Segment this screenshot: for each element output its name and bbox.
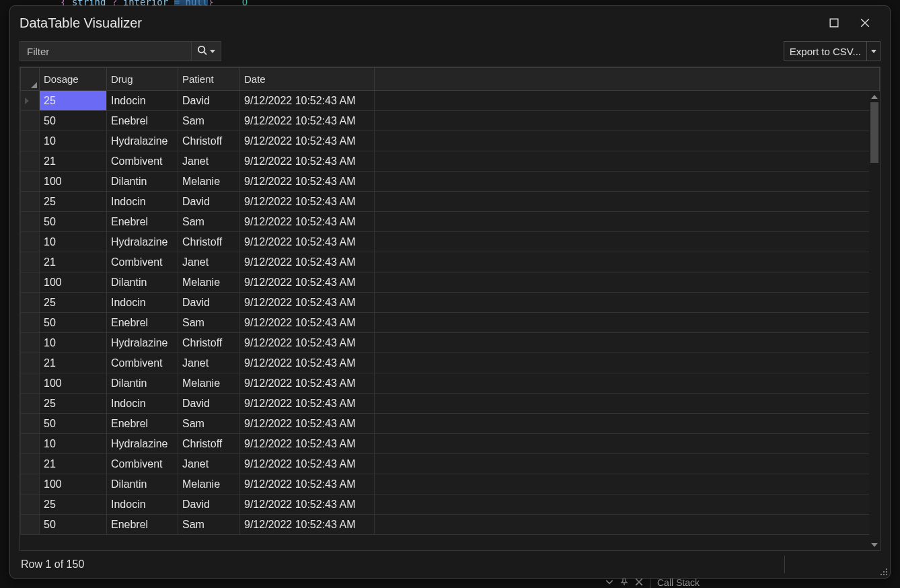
scroll-down-button[interactable] bbox=[869, 540, 880, 550]
cell-dosage[interactable]: 50 bbox=[40, 313, 107, 333]
pin-icon[interactable] bbox=[620, 577, 628, 588]
row-header[interactable] bbox=[21, 394, 40, 414]
cell-dosage[interactable]: 100 bbox=[40, 172, 107, 192]
table-row[interactable]: 10HydralazineChristoff9/12/2022 10:52:43… bbox=[21, 131, 880, 151]
row-header[interactable] bbox=[21, 353, 40, 373]
table-row[interactable]: 50EnebrelSam9/12/2022 10:52:43 AM bbox=[21, 212, 880, 232]
cell-drug[interactable]: Combivent bbox=[107, 252, 178, 272]
cell-drug[interactable]: Enebrel bbox=[107, 313, 178, 333]
panel-label-call-stack[interactable]: Call Stack bbox=[657, 577, 700, 588]
cell-drug[interactable]: Dilantin bbox=[107, 172, 178, 192]
cell-patient[interactable]: David bbox=[178, 293, 240, 313]
cell-date[interactable]: 9/12/2022 10:52:43 AM bbox=[240, 131, 375, 151]
table-row[interactable]: 100DilantinMelanie9/12/2022 10:52:43 AM bbox=[21, 373, 880, 394]
cell-drug[interactable]: Indocin bbox=[107, 293, 178, 313]
cell-date[interactable]: 9/12/2022 10:52:43 AM bbox=[240, 151, 375, 172]
column-header-dosage[interactable]: Dosage bbox=[40, 68, 107, 91]
table-row[interactable]: 100DilantinMelanie9/12/2022 10:52:43 AM bbox=[21, 272, 880, 293]
row-header[interactable] bbox=[21, 172, 40, 192]
cell-drug[interactable]: Hydralazine bbox=[107, 131, 178, 151]
cell-dosage[interactable]: 25 bbox=[40, 394, 107, 414]
cell-dosage[interactable]: 10 bbox=[40, 434, 107, 454]
cell-patient[interactable]: Melanie bbox=[178, 474, 240, 494]
row-header[interactable] bbox=[21, 414, 40, 434]
cell-date[interactable]: 9/12/2022 10:52:43 AM bbox=[240, 212, 375, 232]
cell-patient[interactable]: Janet bbox=[178, 252, 240, 272]
cell-date[interactable]: 9/12/2022 10:52:43 AM bbox=[240, 515, 375, 535]
table-row[interactable]: 50EnebrelSam9/12/2022 10:52:43 AM bbox=[21, 111, 880, 131]
cell-patient[interactable]: Janet bbox=[178, 454, 240, 474]
close-button[interactable] bbox=[850, 11, 880, 35]
data-grid[interactable]: Dosage Drug Patient Date 25IndocinDavid9… bbox=[20, 67, 880, 551]
cell-drug[interactable]: Enebrel bbox=[107, 515, 178, 535]
row-header[interactable] bbox=[21, 373, 40, 394]
maximize-button[interactable] bbox=[819, 11, 850, 35]
cell-dosage[interactable]: 100 bbox=[40, 373, 107, 394]
cell-drug[interactable]: Hydralazine bbox=[107, 434, 178, 454]
table-row[interactable]: 21CombiventJanet9/12/2022 10:52:43 AM bbox=[21, 353, 880, 373]
filter-input[interactable] bbox=[20, 46, 191, 57]
cell-patient[interactable]: Christoff bbox=[178, 131, 240, 151]
cell-drug[interactable]: Combivent bbox=[107, 454, 178, 474]
cell-dosage[interactable]: 50 bbox=[40, 414, 107, 434]
table-row[interactable]: 21CombiventJanet9/12/2022 10:52:43 AM bbox=[21, 454, 880, 474]
cell-patient[interactable]: David bbox=[178, 91, 240, 111]
cell-patient[interactable]: Christoff bbox=[178, 333, 240, 353]
column-header-drug[interactable]: Drug bbox=[107, 68, 178, 91]
table-row[interactable]: 100DilantinMelanie9/12/2022 10:52:43 AM bbox=[21, 474, 880, 494]
cell-date[interactable]: 9/12/2022 10:52:43 AM bbox=[240, 353, 375, 373]
cell-patient[interactable]: Janet bbox=[178, 353, 240, 373]
column-header-patient[interactable]: Patient bbox=[178, 68, 240, 91]
cell-drug[interactable]: Combivent bbox=[107, 353, 178, 373]
table-row[interactable]: 25IndocinDavid9/12/2022 10:52:43 AM bbox=[21, 91, 880, 111]
cell-date[interactable]: 9/12/2022 10:52:43 AM bbox=[240, 272, 375, 293]
cell-drug[interactable]: Enebrel bbox=[107, 111, 178, 131]
resize-grip[interactable] bbox=[878, 566, 887, 575]
cell-dosage[interactable]: 10 bbox=[40, 333, 107, 353]
cell-drug[interactable]: Hydralazine bbox=[107, 232, 178, 252]
cell-drug[interactable]: Enebrel bbox=[107, 212, 178, 232]
cell-date[interactable]: 9/12/2022 10:52:43 AM bbox=[240, 394, 375, 414]
cell-dosage[interactable]: 50 bbox=[40, 111, 107, 131]
cell-drug[interactable]: Indocin bbox=[107, 192, 178, 212]
cell-date[interactable]: 9/12/2022 10:52:43 AM bbox=[240, 252, 375, 272]
cell-dosage[interactable]: 50 bbox=[40, 212, 107, 232]
export-dropdown-toggle[interactable] bbox=[866, 42, 880, 61]
row-header[interactable] bbox=[21, 434, 40, 454]
cell-dosage[interactable]: 21 bbox=[40, 353, 107, 373]
cell-drug[interactable]: Indocin bbox=[107, 394, 178, 414]
cell-dosage[interactable]: 100 bbox=[40, 272, 107, 293]
cell-date[interactable]: 9/12/2022 10:52:43 AM bbox=[240, 434, 375, 454]
cell-drug[interactable]: Indocin bbox=[107, 91, 178, 111]
cell-date[interactable]: 9/12/2022 10:52:43 AM bbox=[240, 474, 375, 494]
cell-patient[interactable]: Melanie bbox=[178, 373, 240, 394]
row-header[interactable] bbox=[21, 232, 40, 252]
cell-patient[interactable]: David bbox=[178, 494, 240, 515]
cell-patient[interactable]: Christoff bbox=[178, 434, 240, 454]
cell-date[interactable]: 9/12/2022 10:52:43 AM bbox=[240, 192, 375, 212]
row-header[interactable] bbox=[21, 272, 40, 293]
row-header[interactable] bbox=[21, 293, 40, 313]
cell-date[interactable]: 9/12/2022 10:52:43 AM bbox=[240, 414, 375, 434]
table-row[interactable]: 10HydralazineChristoff9/12/2022 10:52:43… bbox=[21, 333, 880, 353]
cell-date[interactable]: 9/12/2022 10:52:43 AM bbox=[240, 293, 375, 313]
cell-dosage[interactable]: 21 bbox=[40, 252, 107, 272]
table-row[interactable]: 25IndocinDavid9/12/2022 10:52:43 AM bbox=[21, 494, 880, 515]
row-header[interactable] bbox=[21, 151, 40, 172]
cell-dosage[interactable]: 25 bbox=[40, 494, 107, 515]
row-header[interactable] bbox=[21, 515, 40, 535]
cell-date[interactable]: 9/12/2022 10:52:43 AM bbox=[240, 373, 375, 394]
cell-patient[interactable]: Sam bbox=[178, 515, 240, 535]
row-header[interactable] bbox=[21, 313, 40, 333]
cell-patient[interactable]: David bbox=[178, 394, 240, 414]
cell-dosage[interactable]: 50 bbox=[40, 515, 107, 535]
row-header[interactable] bbox=[21, 494, 40, 515]
cell-patient[interactable]: Melanie bbox=[178, 172, 240, 192]
cell-patient[interactable]: Sam bbox=[178, 212, 240, 232]
cell-dosage[interactable]: 10 bbox=[40, 131, 107, 151]
row-header[interactable] bbox=[21, 91, 40, 111]
column-header-date[interactable]: Date bbox=[240, 68, 375, 91]
cell-patient[interactable]: Sam bbox=[178, 313, 240, 333]
export-button[interactable]: Export to CSV... bbox=[784, 41, 880, 61]
cell-patient[interactable]: Christoff bbox=[178, 232, 240, 252]
